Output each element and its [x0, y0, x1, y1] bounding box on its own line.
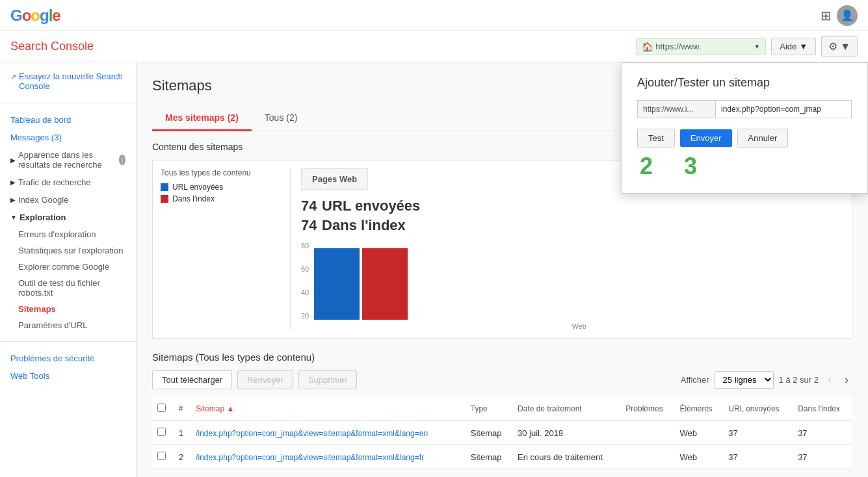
- sc-header-right: 🏠 https://www. ▼ Aide ▼ ⚙ ▼: [636, 36, 858, 57]
- main-inner: Sitemaps AJOUTER/TESTER UN SITEMAP Mes s…: [137, 62, 868, 477]
- grid-icon[interactable]: ⊞: [821, 8, 832, 23]
- dropdown-arrow-icon: ▼: [754, 43, 760, 50]
- sidebar-item-erreurs[interactable]: Erreurs d'exploration: [0, 226, 136, 242]
- modal-overlay: Ajouter/Tester un sitemap https://www.i.…: [137, 62, 868, 477]
- sidebar-item-trafic[interactable]: ▶ Trafic de recherche: [0, 174, 136, 191]
- settings-dropdown-icon: ▼: [840, 41, 850, 53]
- main-content: Sitemaps AJOUTER/TESTER UN SITEMAP Mes s…: [137, 62, 868, 477]
- sidebar: ↗ Essayez la nouvelle Search Console Tab…: [0, 62, 137, 477]
- annuler-button[interactable]: Annuler: [737, 129, 789, 148]
- expand-icon: ▶: [10, 157, 16, 164]
- search-console-title: Search Console: [10, 40, 94, 53]
- sidebar-item-sitemaps[interactable]: Sitemaps: [0, 301, 136, 317]
- modal-number-2: 2: [640, 153, 653, 180]
- layout: ↗ Essayez la nouvelle Search Console Tab…: [0, 62, 868, 477]
- modal-url-row: https://www.i...: [637, 100, 852, 118]
- dropdown-icon: ▼: [799, 42, 808, 51]
- sidebar-item-tableau[interactable]: Tableau de bord: [0, 111, 136, 129]
- sidebar-section-bottom: Problèmes de sécurité Web Tools: [0, 344, 136, 390]
- sidebar-item-exploration[interactable]: ▼ Exploration: [0, 209, 136, 226]
- expand-icon: ▶: [10, 196, 16, 203]
- test-button[interactable]: Test: [637, 129, 675, 148]
- sidebar-item-explorer[interactable]: Explorer comme Google: [0, 259, 136, 275]
- home-icon: 🏠: [642, 42, 653, 52]
- gear-icon: ⚙: [828, 40, 837, 53]
- sidebar-item-messages[interactable]: Messages (3): [0, 129, 136, 146]
- top-bar-right: ⊞ 👤: [821, 5, 858, 26]
- settings-button[interactable]: ⚙ ▼: [821, 36, 858, 57]
- modal-title: Ajouter/Tester un sitemap: [637, 76, 852, 90]
- sidebar-section-main: Tableau de bord Messages (3) ▶ Apparence…: [0, 106, 136, 339]
- modal-url-prefix: https://www.i...: [637, 100, 715, 118]
- expand-icon: ▶: [10, 179, 16, 186]
- avatar[interactable]: 👤: [837, 5, 858, 26]
- top-bar: Google ⊞ 👤: [0, 0, 868, 31]
- google-logo: Google: [10, 6, 60, 25]
- url-bar[interactable]: 🏠 https://www. ▼: [636, 38, 766, 55]
- sidebar-item-problemes[interactable]: Problèmes de sécurité: [0, 350, 136, 367]
- aide-button[interactable]: Aide ▼: [771, 38, 816, 55]
- sidebar-item-index[interactable]: ▶ Index Google: [0, 191, 136, 209]
- modal-number-3: 3: [684, 153, 697, 180]
- sidebar-item-parametres[interactable]: Paramètres d'URL: [0, 317, 136, 333]
- modal-buttons: Test Envoyer Annuler 1: [637, 129, 852, 148]
- info-icon: i: [119, 155, 125, 165]
- external-link-icon: ↗: [10, 73, 16, 81]
- envoyer-button[interactable]: Envoyer: [680, 129, 732, 147]
- url-display: https://www.: [655, 42, 751, 51]
- sidebar-item-robots[interactable]: Outil de test du fichier robots.txt: [0, 275, 136, 301]
- collapse-icon: ▼: [10, 214, 17, 221]
- sidebar-section-top: ↗ Essayez la nouvelle Search Console: [0, 62, 136, 100]
- modal-url-input[interactable]: [715, 100, 852, 118]
- sidebar-new-console[interactable]: ↗ Essayez la nouvelle Search Console: [0, 68, 136, 95]
- modal-box: Ajouter/Tester un sitemap https://www.i.…: [621, 62, 868, 194]
- sc-header: Search Console 🏠 https://www. ▼ Aide ▼ ⚙…: [0, 31, 868, 62]
- sidebar-item-statistiques[interactable]: Statistiques sur l'exploration: [0, 242, 136, 259]
- top-bar-left: Google: [10, 6, 60, 25]
- sidebar-item-apparence[interactable]: ▶ Apparence dans les résultats de recher…: [0, 146, 136, 174]
- sidebar-item-webtools[interactable]: Web Tools: [0, 367, 136, 385]
